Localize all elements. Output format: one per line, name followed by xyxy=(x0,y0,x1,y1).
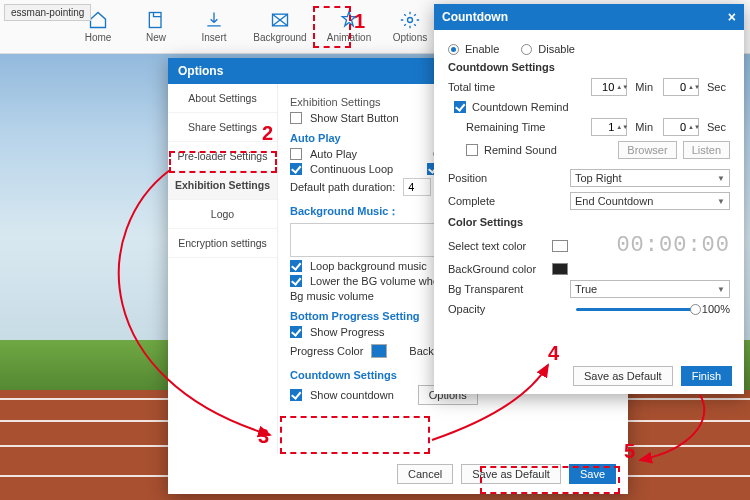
progress-color-label: Progress Color xyxy=(290,345,363,357)
background-icon xyxy=(270,10,290,30)
complete-label: Complete xyxy=(448,195,546,207)
continuous-loop-label: Continuous Loop xyxy=(310,163,393,175)
show-start-label: Show Start Button xyxy=(310,112,399,124)
default-path-input[interactable] xyxy=(403,178,431,196)
save-button[interactable]: Save xyxy=(569,464,616,484)
continuous-loop-checkbox[interactable] xyxy=(290,163,302,175)
position-select[interactable]: Top Right▼ xyxy=(570,169,730,187)
autoplay-checkbox[interactable] xyxy=(290,148,302,160)
unit-sec: Sec xyxy=(707,81,726,93)
show-progress-checkbox[interactable] xyxy=(290,326,302,338)
sidebar-item-about[interactable]: About Settings xyxy=(168,84,277,113)
options-footer: Cancel Save as Default Save xyxy=(168,454,628,494)
remain-min-input[interactable]: ▲▼ xyxy=(591,118,627,136)
total-sec-input[interactable]: ▲▼ xyxy=(663,78,699,96)
svg-point-2 xyxy=(408,18,413,23)
cd-settings-heading: Countdown Settings xyxy=(448,61,730,73)
autoplay-label: Auto Play xyxy=(310,148,357,160)
show-progress-label: Show Progress xyxy=(310,326,385,338)
disable-label: Disable xyxy=(538,43,575,55)
remind-sound-checkbox[interactable] xyxy=(466,144,478,156)
sidebar-item-preloader[interactable]: Pre-loader Settings xyxy=(168,142,277,171)
insert-button[interactable]: Insert xyxy=(186,3,242,51)
new-icon xyxy=(146,10,166,30)
svg-rect-0 xyxy=(149,13,161,28)
position-label: Position xyxy=(448,172,546,184)
insert-icon xyxy=(204,10,224,30)
remind-checkbox[interactable] xyxy=(454,101,466,113)
countdown-title: Countdown xyxy=(442,10,508,24)
remind-label: Countdown Remind xyxy=(472,101,569,113)
browser-button[interactable]: Browser xyxy=(618,141,676,159)
close-icon[interactable]: × xyxy=(728,9,736,25)
timer-preview: 00:00:00 xyxy=(616,233,730,258)
sidebar-item-share[interactable]: Share Settings xyxy=(168,113,277,142)
sidebar-item-exhibition[interactable]: Exhibition Settings xyxy=(168,171,277,200)
options-button[interactable]: Options xyxy=(382,3,438,51)
color-settings-heading: Color Settings xyxy=(448,216,730,228)
save-default-button[interactable]: Save as Default xyxy=(461,464,561,484)
cancel-button[interactable]: Cancel xyxy=(397,464,453,484)
bg-transparent-select[interactable]: True▼ xyxy=(570,280,730,298)
background-button[interactable]: Background xyxy=(244,3,316,51)
complete-select[interactable]: End Countdown▼ xyxy=(570,192,730,210)
sidebar-item-encryption[interactable]: Encryption settings xyxy=(168,229,277,258)
total-time-label: Total time xyxy=(448,81,546,93)
enable-label: Enable xyxy=(465,43,499,55)
disable-radio[interactable] xyxy=(521,44,532,55)
opacity-label: Opacity xyxy=(448,303,546,315)
text-color-label: Select text color xyxy=(448,240,546,252)
options-sidebar: About Settings Share Settings Pre-loader… xyxy=(168,84,278,454)
file-chip[interactable]: essman-pointing xyxy=(4,4,91,21)
loop-bg-label: Loop background music xyxy=(310,260,427,272)
sidebar-item-logo[interactable]: Logo xyxy=(168,200,277,229)
cd-save-default-button[interactable]: Save as Default xyxy=(573,366,673,386)
lower-bg-checkbox[interactable] xyxy=(290,275,302,287)
remind-sound-label: Remind Sound xyxy=(484,144,557,156)
opacity-value: 100% xyxy=(702,303,730,315)
animation-button[interactable]: Animation xyxy=(318,3,380,51)
total-min-input[interactable]: ▲▼ xyxy=(591,78,627,96)
opacity-slider[interactable] xyxy=(576,303,696,315)
remaining-label: Remaining Time xyxy=(466,121,545,133)
bgcolor-label: BackGround color xyxy=(448,263,546,275)
finish-button[interactable]: Finish xyxy=(681,366,732,386)
countdown-panel: Countdown × Enable Disable Countdown Set… xyxy=(434,4,744,394)
show-countdown-label: Show countdown xyxy=(310,389,394,401)
listen-button[interactable]: Listen xyxy=(683,141,730,159)
loop-bg-checkbox[interactable] xyxy=(290,260,302,272)
show-start-checkbox[interactable] xyxy=(290,112,302,124)
gear-icon xyxy=(400,10,420,30)
bg-transparent-label: Bg Transparent xyxy=(448,283,546,295)
new-button[interactable]: New xyxy=(128,3,184,51)
bgcolor-swatch[interactable] xyxy=(552,263,568,275)
unit-min: Min xyxy=(635,81,653,93)
bg-volume-label: Bg music volume xyxy=(290,290,374,302)
progress-color-swatch[interactable] xyxy=(371,344,387,358)
enable-radio[interactable] xyxy=(448,44,459,55)
text-color-swatch[interactable] xyxy=(552,240,568,252)
show-countdown-checkbox[interactable] xyxy=(290,389,302,401)
default-path-label: Default path duration: xyxy=(290,181,395,193)
animation-icon xyxy=(339,10,359,30)
remain-sec-input[interactable]: ▲▼ xyxy=(663,118,699,136)
